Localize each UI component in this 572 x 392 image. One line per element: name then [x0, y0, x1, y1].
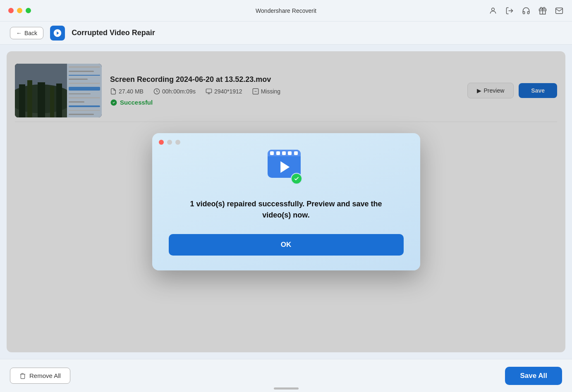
dialog-message-text: 1 video(s) repaired successfully. Previe… [190, 200, 382, 219]
play-triangle [280, 161, 290, 173]
remove-all-button[interactable]: Remove All [10, 368, 70, 384]
check-badge [291, 173, 302, 184]
dialog-min-button[interactable] [167, 140, 172, 145]
titlebar: Wondershare Recoverit [0, 0, 572, 22]
traffic-lights [8, 8, 31, 13]
dialog-icon-wrapper [268, 150, 305, 187]
minimize-button[interactable] [17, 8, 22, 13]
film-strip [268, 150, 301, 156]
film-notch [270, 151, 274, 155]
page-title: Corrupted Video Repair [72, 29, 155, 37]
mail-icon[interactable] [555, 6, 564, 15]
svg-point-0 [492, 8, 495, 11]
titlebar-icons [488, 6, 564, 15]
film-notch [288, 151, 292, 155]
toolbar: ← Back Corrupted Video Repair [0, 22, 572, 45]
save-all-button[interactable]: Save All [505, 367, 562, 385]
film-notch [276, 151, 280, 155]
dialog-close-button[interactable] [159, 140, 164, 145]
back-arrow-icon: ← [16, 30, 22, 36]
remove-all-label: Remove All [29, 372, 61, 379]
dialog-message: 1 video(s) repaired successfully. Previe… [190, 198, 382, 221]
film-notch [282, 151, 286, 155]
dialog-traffic-lights [159, 140, 180, 145]
scroll-indicator [274, 387, 299, 390]
ok-label: OK [281, 241, 292, 249]
back-button[interactable]: ← Back [10, 27, 43, 39]
signin-icon[interactable] [505, 6, 514, 15]
close-button[interactable] [8, 8, 14, 13]
save-all-label: Save All [520, 372, 547, 380]
page-icon [50, 26, 65, 41]
film-notch [294, 151, 298, 155]
main-content: Screen Recording 2024-06-20 at 13.52.23.… [7, 51, 565, 352]
trash-icon [19, 373, 26, 379]
success-dialog: 1 video(s) repaired successfully. Previe… [152, 133, 420, 270]
account-icon[interactable] [488, 6, 498, 15]
ok-button[interactable]: OK [169, 234, 404, 256]
gift-icon[interactable] [538, 6, 547, 15]
app-title: Wondershare Recoverit [256, 7, 316, 14]
dialog-overlay: 1 video(s) repaired successfully. Previe… [7, 51, 565, 352]
check-icon [294, 176, 299, 182]
dialog-max-button[interactable] [175, 140, 180, 145]
back-label: Back [24, 30, 37, 36]
maximize-button[interactable] [26, 8, 31, 13]
bottom-bar: Remove All Save All [0, 359, 572, 392]
headphones-icon[interactable] [522, 6, 531, 15]
video-repair-icon [268, 150, 301, 183]
